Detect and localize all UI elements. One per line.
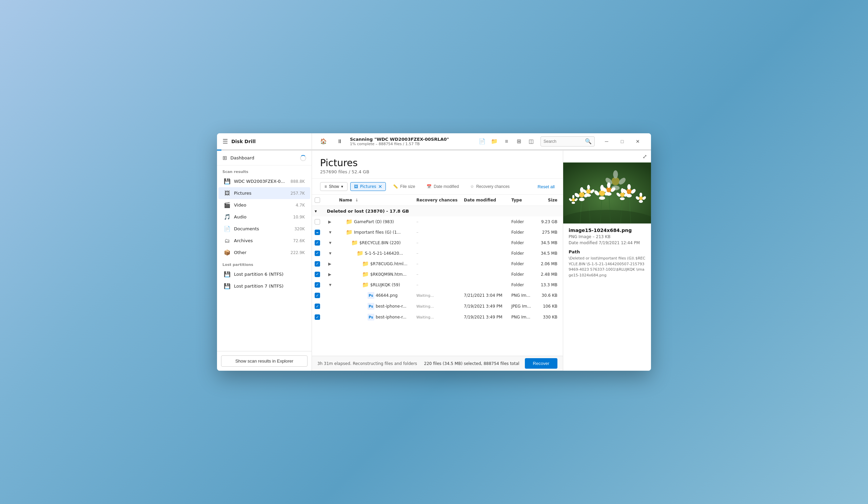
check-cell[interactable]: ✓ xyxy=(312,248,324,258)
recovery-chances-filter-button[interactable]: ☆ Recovery chances xyxy=(466,182,514,191)
flowers-svg xyxy=(563,163,651,224)
name-cell-important: 📁 Important files (G) (1... xyxy=(339,229,411,235)
check-cell[interactable]: ✓ xyxy=(312,301,324,312)
row-checkbox-rlujkqk[interactable]: ✓ xyxy=(315,282,320,288)
table-row[interactable]: ✓ Ps 46644.png Waiting xyxy=(312,290,563,301)
check-cell[interactable]: ✓ xyxy=(312,290,324,301)
new-file-button[interactable]: 📄 xyxy=(477,136,488,147)
maximize-button[interactable]: □ xyxy=(614,133,630,150)
sidebar-item-lp6-label: Lost partition 6 (NTFS) xyxy=(234,272,305,277)
th-size[interactable]: Size xyxy=(536,195,563,206)
sidebar-item-audio[interactable]: 🎵 Audio 10.9K xyxy=(218,211,310,223)
expand-cell[interactable]: ▼ xyxy=(324,279,336,290)
home-button[interactable]: 🏠 xyxy=(317,135,330,147)
row-checkbox-gamepart[interactable] xyxy=(315,219,320,225)
table-row[interactable]: – ▼ 📁 Important files (G) (1... xyxy=(312,227,563,237)
size-cell: 106 KB xyxy=(536,301,563,312)
check-cell[interactable]: – xyxy=(312,227,324,237)
sidebar-item-wdc[interactable]: 💾 WDC WD2003FZEX-0... 888.8K xyxy=(218,175,310,187)
th-check: – xyxy=(312,195,324,206)
pictures-chip-close[interactable]: ✕ xyxy=(379,184,382,189)
list-view-button[interactable]: ≡ xyxy=(501,136,512,147)
search-input[interactable] xyxy=(544,139,583,144)
table-row[interactable]: ✓ Ps best-iphone-r... xyxy=(312,301,563,312)
expand-cell xyxy=(324,301,336,312)
sidebar-item-lp6[interactable]: 💾 Lost partition 6 (NTFS) xyxy=(218,268,310,280)
check-cell[interactable]: ✓ xyxy=(312,269,324,279)
show-filter-button[interactable]: ≡ Show ▾ xyxy=(320,182,348,191)
reset-all-button[interactable]: Reset all xyxy=(537,184,555,189)
check-cell[interactable]: ✓ xyxy=(312,279,324,290)
sidebar-item-documents[interactable]: 📄 Documents 320K xyxy=(218,223,310,235)
table-row[interactable]: ✓ ▶ 📁 $R78CUGG.html... xyxy=(312,258,563,269)
sidebar-item-lp7[interactable]: 💾 Lost partition 7 (NTFS) xyxy=(218,280,310,292)
waiting-badge-3: Waiting... xyxy=(416,315,434,319)
expand-cell[interactable]: ▶ xyxy=(324,216,336,227)
pause-button[interactable]: ⏸ xyxy=(334,135,346,147)
expand-button-r78cugg[interactable]: ▶ xyxy=(327,261,333,267)
open-folder-button[interactable]: 📁 xyxy=(489,136,500,147)
row-checkbox-46644[interactable]: ✓ xyxy=(315,293,320,298)
grid-view-button[interactable]: ⊞ xyxy=(513,136,524,147)
row-checkbox-bestiphone1[interactable]: ✓ xyxy=(315,304,320,309)
group-expand-cell[interactable]: ▾ xyxy=(312,206,324,217)
preview-info: image15-1024x684.png PNG Image – 213 KB … xyxy=(563,224,651,282)
check-cell[interactable]: ✓ xyxy=(312,237,324,248)
row-checkbox-rk0qm9n[interactable]: ✓ xyxy=(315,272,320,277)
row-checkbox-bestiphone2[interactable]: ✓ xyxy=(315,315,320,320)
minimize-button[interactable]: ─ xyxy=(599,133,614,150)
table-row[interactable]: ✓ ▼ 📁 S-1-5-21-146420... xyxy=(312,248,563,258)
table-row[interactable]: ✓ ▼ 📁 $RECYCLE.BIN (220) xyxy=(312,237,563,248)
expand-cell[interactable]: ▼ xyxy=(324,248,336,258)
th-type[interactable]: Type xyxy=(509,195,536,206)
lost-partitions-label: Lost partitions xyxy=(217,258,312,268)
filename-recycle: $RECYCLE.BIN (220) xyxy=(359,240,401,245)
expand-button-rlujkqk[interactable]: ▼ xyxy=(327,282,334,288)
row-checkbox-important[interactable]: – xyxy=(315,230,320,235)
sidebar-item-video[interactable]: 🎬 Video 4.7K xyxy=(218,199,310,211)
check-cell[interactable]: ✓ xyxy=(312,312,324,322)
expand-cell[interactable]: ▶ xyxy=(324,258,336,269)
other-icon: 📦 xyxy=(224,249,230,256)
lp7-icon: 💾 xyxy=(224,283,230,289)
search-box[interactable]: 🔍 xyxy=(540,136,595,146)
file-size-filter-button[interactable]: 📏 File size xyxy=(389,182,420,191)
row-checkbox-r78cugg[interactable]: ✓ xyxy=(315,261,320,267)
expand-button-gamepart[interactable]: ▶ xyxy=(327,219,333,225)
table-row[interactable]: ✓ Ps best-iphone-r... xyxy=(312,312,563,322)
table-row[interactable]: ✓ ▼ 📁 $RLUJKQK (59) xyxy=(312,279,563,290)
name-cell: 📁 $RLUJKQK (59) xyxy=(336,279,414,290)
select-all-checkbox[interactable]: – xyxy=(315,197,320,203)
table-row[interactable]: ✓ ▶ 📁 $RK0QM9N.htm... xyxy=(312,269,563,279)
row-checkbox-recycle[interactable]: ✓ xyxy=(315,240,320,246)
progress-bar-fill xyxy=(217,150,221,151)
preview-open-external-button[interactable]: ⤢ xyxy=(642,153,647,160)
expand-button-rk0qm9n[interactable]: ▶ xyxy=(327,271,333,277)
sidebar-header[interactable]: ⊞ Dashboard xyxy=(217,151,312,165)
check-cell[interactable] xyxy=(312,216,324,227)
sidebar-item-pictures[interactable]: 🖼 Pictures 257.7K xyxy=(218,187,310,199)
expand-button-s1521[interactable]: ▼ xyxy=(327,250,334,256)
pictures-filter-chip[interactable]: 🖼 Pictures ✕ xyxy=(350,182,386,191)
row-checkbox-s1521[interactable]: ✓ xyxy=(315,251,320,256)
file-table-container[interactable]: – Name ↓ Recovery chances xyxy=(312,195,563,356)
expand-button-important[interactable]: ▼ xyxy=(327,229,334,235)
recover-button[interactable]: Recover xyxy=(525,358,557,369)
th-name[interactable]: Name ↓ xyxy=(336,195,414,206)
th-recovery[interactable]: Recovery chances xyxy=(414,195,461,206)
th-date[interactable]: Date modified xyxy=(461,195,509,206)
expand-cell[interactable]: ▼ xyxy=(324,227,336,237)
sidebar-item-archives[interactable]: 🗂 Archives 72.6K xyxy=(218,235,310,247)
close-button[interactable]: ✕ xyxy=(630,133,645,150)
sidebar-item-other[interactable]: 📦 Other 222.9K xyxy=(218,247,310,258)
search-icon: 🔍 xyxy=(585,138,592,144)
expand-button-recycle[interactable]: ▼ xyxy=(327,240,334,246)
show-explorer-button[interactable]: Show scan results in Explorer xyxy=(221,356,308,367)
svg-point-60 xyxy=(626,194,632,197)
expand-cell[interactable]: ▶ xyxy=(324,269,336,279)
check-cell[interactable]: ✓ xyxy=(312,258,324,269)
expand-cell[interactable]: ▼ xyxy=(324,237,336,248)
preview-view-button[interactable]: ◫ xyxy=(526,136,536,147)
date-modified-filter-button[interactable]: 📅 Date modified xyxy=(422,182,463,191)
table-row[interactable]: ▶ 📁 GamePart (D) (983) – Folder xyxy=(312,216,563,227)
